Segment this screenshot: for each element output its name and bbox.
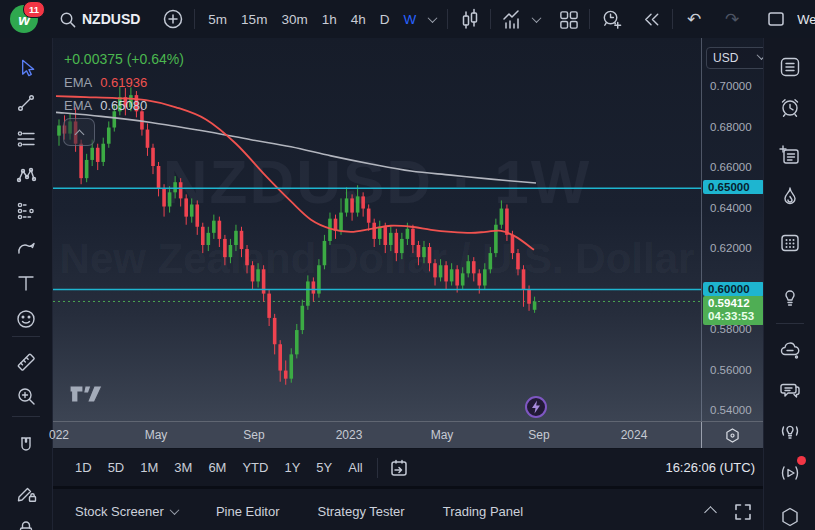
price-tick: 0.54000: [710, 404, 752, 416]
time-axis[interactable]: 022MaySep2023MaySep2024: [53, 421, 763, 448]
divider: [589, 9, 590, 29]
price-tick: 0.70000: [710, 80, 752, 92]
right-sidebar: [763, 38, 815, 530]
compare-add-icon[interactable]: [158, 4, 188, 34]
zoom-in-icon[interactable]: [13, 383, 39, 409]
timeframe-D[interactable]: D: [373, 12, 397, 27]
body-row: NZDUSD · 1W New Zealand Dollar / U.S. Do…: [0, 38, 815, 530]
top-toolbar: w 11 NZDUSD 5m15m30m1h4hDW: [0, 0, 815, 39]
tab-trading-panel[interactable]: Trading Panel: [443, 504, 523, 519]
range-list: 1D5D1M3M6MYTD1Y5YAll: [67, 460, 371, 475]
range-3M[interactable]: 3M: [166, 460, 200, 475]
tab-pine-editor[interactable]: Pine Editor: [216, 504, 280, 519]
save-layout-icon[interactable]: [761, 4, 791, 34]
chat-icon[interactable]: [777, 377, 803, 403]
redo-icon[interactable]: ↷: [717, 4, 747, 34]
range-All[interactable]: All: [340, 460, 370, 475]
fib-retracement-icon[interactable]: [13, 126, 39, 152]
go-to-date-icon[interactable]: [384, 453, 414, 483]
tradingview-watermark-logo[interactable]: [68, 382, 110, 410]
bottom-tabs: Stock ScreenerPine EditorStrategy Tester…: [75, 504, 561, 519]
tab-strategy-tester[interactable]: Strategy Tester: [317, 504, 404, 519]
ruler-icon[interactable]: [13, 349, 39, 375]
xabcd-pattern-icon[interactable]: [13, 162, 39, 188]
range-1D[interactable]: 1D: [67, 460, 100, 475]
magnet-icon[interactable]: [13, 432, 39, 458]
alerts-icon[interactable]: [777, 95, 803, 121]
price-tick: 0.62000: [710, 242, 752, 254]
timeframe-15m[interactable]: 15m: [234, 12, 274, 27]
event-lightning-icon[interactable]: [524, 395, 548, 419]
ema-fast-legend[interactable]: EMA0.61936: [64, 71, 184, 94]
edit-lock-icon[interactable]: [13, 480, 39, 506]
currency-dropdown[interactable]: USD: [706, 47, 763, 69]
bottom-panel: Stock ScreenerPine EditorStrategy Tester…: [53, 486, 763, 530]
ema-slow-value: 0.65080: [100, 98, 147, 113]
watchlist-icon[interactable]: [777, 54, 803, 80]
layout-name-text[interactable]: Wea: [797, 12, 815, 27]
timeframe-4h[interactable]: 4h: [344, 12, 373, 27]
timeframe-5m[interactable]: 5m: [201, 12, 234, 27]
symbol-name[interactable]: NZDUSD: [82, 11, 140, 27]
user-menu-button[interactable]: w 11: [10, 5, 38, 33]
range-1M[interactable]: 1M: [132, 460, 166, 475]
ema-slow-legend[interactable]: EMA0.65080: [64, 94, 184, 117]
price-tick: 0.68000: [710, 121, 752, 133]
level-price-label: 0.60000: [703, 282, 763, 296]
range-5D[interactable]: 5D: [100, 460, 133, 475]
hotlists-flame-icon[interactable]: [777, 184, 803, 210]
range-toolbar: 1D5D1M3M6MYTD1Y5YAll 16:26:06 (UTC): [53, 448, 763, 486]
chart-legend[interactable]: +0.00375 (+0.64%) EMA0.61936 EMA0.65080: [64, 48, 184, 117]
timeframe-1h[interactable]: 1h: [315, 12, 344, 27]
timeframe-menu-chevron-icon[interactable]: [423, 4, 441, 34]
text-tool-icon[interactable]: [13, 270, 39, 296]
journal-plus-icon[interactable]: [777, 142, 803, 168]
search-icon[interactable]: [52, 4, 82, 34]
time-tick: 2023: [336, 428, 363, 442]
cursor-icon[interactable]: [13, 54, 39, 80]
indicators-icon[interactable]: [497, 4, 527, 34]
price-axis[interactable]: USD 0.700000.680000.660000.640000.620000…: [701, 38, 763, 421]
calendar-icon[interactable]: [777, 230, 803, 256]
divider: [194, 9, 195, 29]
axis-settings-icon[interactable]: [701, 422, 763, 448]
currency-label: USD: [713, 51, 738, 65]
clock-utc[interactable]: 16:26:06 (UTC): [665, 460, 755, 475]
panel-expand-chevron-icon[interactable]: [706, 503, 715, 521]
live-notification-dot: [797, 456, 806, 465]
range-6M[interactable]: 6M: [200, 460, 234, 475]
hexagon-icon[interactable]: [777, 504, 803, 530]
legend-collapse-button[interactable]: [63, 118, 95, 146]
ideas-bulb-icon[interactable]: [777, 284, 803, 310]
price-tick: 0.66000: [710, 161, 752, 173]
divider: [776, 323, 804, 324]
trend-line-icon[interactable]: [13, 90, 39, 116]
time-tick: May: [431, 428, 454, 442]
ema-fast-value: 0.61936: [100, 75, 147, 90]
prediction-icon[interactable]: [13, 198, 39, 224]
divider: [12, 416, 40, 417]
minds-cloud-icon[interactable]: [777, 337, 803, 363]
undo-icon[interactable]: ↶: [679, 4, 709, 34]
range-YTD[interactable]: YTD: [234, 460, 276, 475]
timeframe-30m[interactable]: 30m: [274, 12, 314, 27]
chart-panel: NZDUSD · 1W New Zealand Dollar / U.S. Do…: [53, 38, 763, 530]
tradingview-app: w 11 NZDUSD 5m15m30m1h4hDW: [0, 0, 815, 530]
lock-icon[interactable]: [13, 516, 39, 530]
brush-icon[interactable]: [13, 234, 39, 260]
layout-grid-icon[interactable]: [553, 4, 583, 34]
indicators-chevron-icon[interactable]: [527, 4, 545, 34]
emoji-icon[interactable]: [13, 306, 39, 332]
replay-icon[interactable]: [636, 4, 666, 34]
tab-stock-screener[interactable]: Stock Screener: [75, 504, 178, 519]
maximize-panel-icon[interactable]: [733, 502, 753, 522]
chart-canvas[interactable]: NZDUSD · 1W New Zealand Dollar / U.S. Do…: [53, 38, 763, 421]
time-tick: Sep: [243, 428, 264, 442]
timeframe-W[interactable]: W: [396, 12, 423, 27]
range-5Y[interactable]: 5Y: [308, 460, 340, 475]
time-tick: May: [145, 428, 168, 442]
range-1Y[interactable]: 1Y: [276, 460, 308, 475]
alert-add-icon[interactable]: [596, 4, 626, 34]
live-ideas-icon[interactable]: [777, 419, 803, 445]
chart-style-candles-icon[interactable]: [454, 4, 484, 34]
